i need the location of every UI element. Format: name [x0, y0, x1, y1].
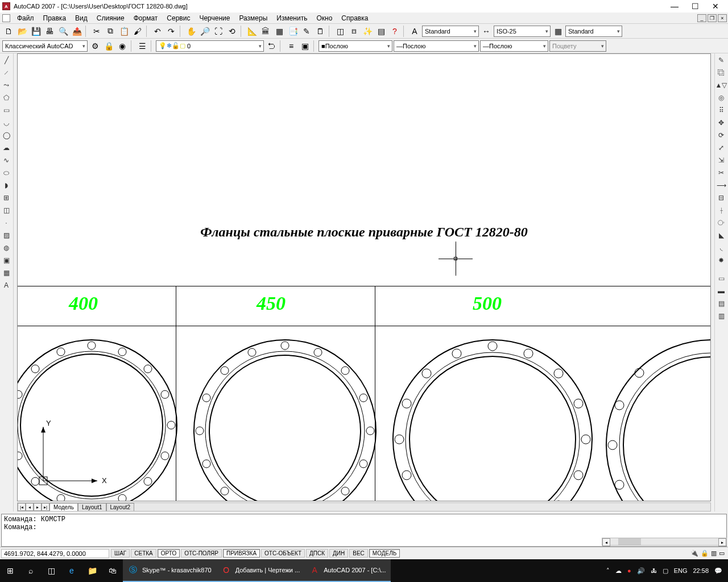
draworder-under[interactable]: ▥	[715, 310, 727, 322]
tray-clock[interactable]: 22:58	[693, 567, 709, 574]
move-tool[interactable]: ✥	[715, 117, 727, 128]
mtext-tool[interactable]: A	[1, 280, 12, 291]
maximize-vp-icon[interactable]: ▭	[719, 550, 725, 557]
zoom-button[interactable]: 🔎	[198, 25, 211, 38]
lock-ui-button[interactable]: 🔒	[102, 40, 115, 52]
zoom-window-button[interactable]: ⛶	[212, 25, 225, 38]
ws-button[interactable]: ◉	[116, 40, 129, 52]
tab-model[interactable]: Модель	[49, 503, 78, 511]
coords-display[interactable]: 4691.9702, 844.4279, 0.0000	[1, 549, 109, 558]
cut-button[interactable]: ✂	[90, 25, 103, 38]
dyn-toggle[interactable]: ДИН	[329, 549, 348, 558]
publish-button[interactable]: 📤	[71, 25, 83, 38]
menu-file[interactable]: Файл	[13, 13, 39, 23]
xref-button[interactable]: ⧈	[348, 25, 360, 38]
mdi-minimize[interactable]: _	[697, 14, 706, 22]
rectangle-tool[interactable]: ▭	[1, 105, 12, 116]
line-tool[interactable]: ╱	[1, 55, 12, 66]
markup-button[interactable]: ✎	[300, 25, 313, 38]
lwt-toggle[interactable]: ВЕС	[349, 549, 368, 558]
polyline-tool[interactable]: ⤳	[1, 80, 12, 91]
ortho-toggle[interactable]: ОРТО	[158, 549, 180, 558]
gradient-tool[interactable]: ◍	[1, 242, 12, 253]
trim-tool[interactable]: ✂	[715, 167, 727, 178]
ellipse-arc-tool[interactable]: ◗	[1, 180, 12, 191]
fillet-tool[interactable]: ◟	[715, 242, 727, 253]
explode-tool[interactable]: ✸	[715, 255, 727, 266]
start-button[interactable]: ⊞	[0, 559, 20, 582]
ducs-toggle[interactable]: ДПСК	[306, 549, 328, 558]
tab-first[interactable]: |◂	[18, 503, 26, 511]
arc-tool[interactable]: ◡	[1, 117, 12, 128]
preview-button[interactable]: 🔍	[57, 25, 69, 38]
linetype-combo[interactable]: — Послою	[394, 40, 479, 52]
menu-draw[interactable]: Черчение	[195, 13, 234, 23]
break-at-tool[interactable]: ⊟	[715, 192, 727, 203]
tray-lang[interactable]: ENG	[674, 567, 688, 574]
tray-up-icon[interactable]: ˄	[606, 567, 610, 575]
mirror-tool[interactable]: ▲▽	[715, 80, 727, 91]
autocad-task[interactable]: AAutoCAD 2007 - [C:\...	[304, 559, 390, 582]
osnap-toggle[interactable]: ПРИВЯЗКА	[223, 549, 260, 558]
maximize-button[interactable]: ☐	[685, 0, 705, 13]
layer-previous-button[interactable]: ⮌	[265, 40, 278, 52]
comm-icon[interactable]: 🔌	[690, 550, 698, 557]
draworder-above[interactable]: ▤	[715, 298, 727, 309]
table-style-button[interactable]: ▤	[375, 25, 387, 38]
polar-toggle[interactable]: ОТС-ПОЛЯР	[181, 549, 222, 558]
design-center-button[interactable]: 🏛	[259, 25, 272, 38]
redo-button[interactable]: ↷	[165, 25, 177, 38]
lock-icon[interactable]: 🔒	[701, 550, 709, 557]
tab-prev[interactable]: ◂	[26, 503, 34, 511]
insert-block-tool[interactable]: ⊞	[1, 192, 12, 203]
open-button[interactable]: 📂	[16, 25, 28, 38]
menu-help[interactable]: Справка	[337, 13, 373, 23]
break-tool[interactable]: ⟊	[715, 205, 727, 216]
color-combo[interactable]: ■ Послою	[318, 40, 392, 52]
stretch-tool[interactable]: ⇲	[715, 155, 727, 166]
calc-button[interactable]: 🗒	[314, 25, 326, 38]
array-tool[interactable]: ⠿	[715, 105, 727, 116]
make-current-button[interactable]: ▣	[299, 40, 311, 52]
menu-merge[interactable]: Слияние	[92, 13, 129, 23]
undo-button[interactable]: ↶	[151, 25, 164, 38]
layer-manager-button[interactable]: ☰	[136, 40, 148, 52]
paste-button[interactable]: 📋	[118, 25, 130, 38]
revcloud-tool[interactable]: ☁	[1, 142, 12, 153]
explorer-button[interactable]: 📁	[82, 559, 102, 582]
table-style-combo[interactable]: Standard	[565, 26, 622, 37]
grid-toggle[interactable]: СЕТКА	[131, 549, 156, 558]
new-button[interactable]: 🗋	[2, 25, 15, 38]
region-tool[interactable]: ▣	[1, 255, 12, 266]
scale-tool[interactable]: ⤢	[715, 142, 727, 153]
menu-view[interactable]: Вид	[71, 13, 92, 23]
search-button[interactable]: ⌕	[20, 559, 41, 582]
tray-opera-icon[interactable]: ●	[627, 567, 631, 574]
lineweight-combo[interactable]: — Послою	[480, 40, 548, 52]
extend-tool[interactable]: ⟶	[715, 180, 727, 191]
mdi-restore[interactable]: ❐	[708, 14, 717, 22]
tab-layout1[interactable]: Layout1	[78, 503, 106, 511]
text-style-combo[interactable]: Standard	[422, 26, 479, 37]
tray-network-icon[interactable]: 🖧	[651, 567, 657, 574]
tray-onedrive-icon[interactable]: ☁	[615, 567, 622, 575]
mdi-close[interactable]: ×	[718, 14, 727, 22]
draworder-front[interactable]: ▬	[715, 285, 727, 297]
menu-tools[interactable]: Сервис	[162, 13, 195, 23]
erase-tool[interactable]: ✎	[715, 55, 727, 66]
workspace-settings-button[interactable]: ⚙	[89, 40, 101, 52]
table-tool[interactable]: ▦	[1, 267, 12, 278]
menu-edit[interactable]: Правка	[39, 13, 71, 23]
drawing-canvas[interactable]: Фланцы стальные плоские приварные ГОСТ 1…	[17, 53, 711, 501]
tray-volume-icon[interactable]: 🔊	[637, 567, 645, 575]
layer-states-button[interactable]: ≡	[285, 40, 297, 52]
close-button[interactable]: ✕	[705, 0, 726, 13]
polygon-tool[interactable]: ⬠	[1, 92, 12, 103]
block-button[interactable]: ◫	[334, 25, 346, 38]
zoom-previous-button[interactable]: ⟲	[226, 25, 238, 38]
hatch-tool[interactable]: ▨	[1, 230, 12, 241]
tray-battery-icon[interactable]: ▢	[663, 567, 668, 575]
point-tool[interactable]: ·	[1, 217, 12, 228]
model-toggle[interactable]: МОДЕЛЬ	[369, 549, 400, 558]
properties-button[interactable]: 📐	[246, 25, 258, 38]
